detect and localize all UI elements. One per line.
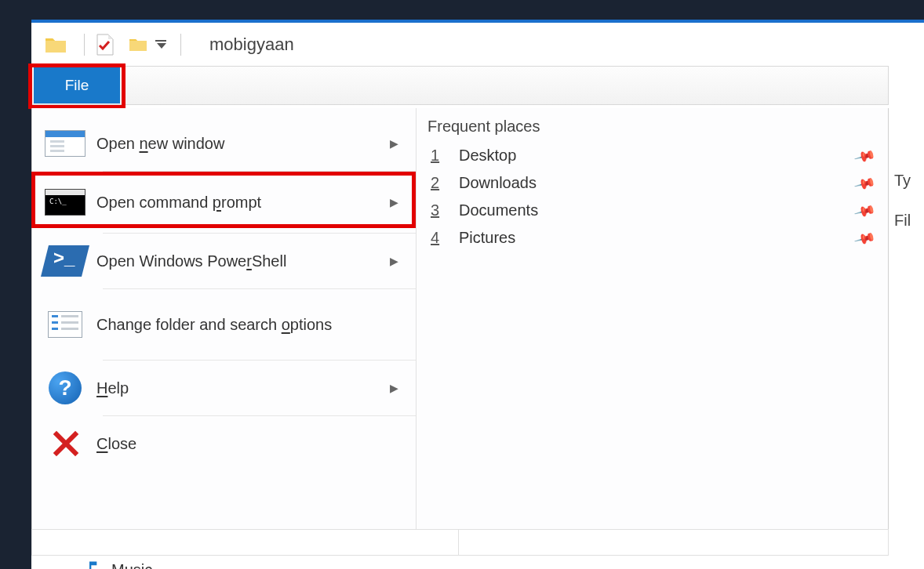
menu-open-command-prompt[interactable]: Open command prompt ▶ bbox=[32, 172, 416, 233]
explorer-window: mobigyaan File Open new window ▶ Open co… bbox=[31, 20, 924, 569]
frequent-place-downloads[interactable]: 2 Downloads 📌 bbox=[427, 169, 877, 197]
freq-number: 2 bbox=[431, 174, 446, 192]
menu-open-powershell[interactable]: >_ Open Windows PowerShell ▶ bbox=[32, 234, 416, 288]
menu-help[interactable]: ? Help ▶ bbox=[32, 361, 416, 415]
menu-change-options[interactable]: Change folder and search options bbox=[32, 289, 416, 360]
submenu-arrow-icon: ▶ bbox=[390, 196, 405, 208]
address-bar-segment[interactable] bbox=[31, 529, 459, 556]
menu-label: Help bbox=[89, 379, 390, 397]
pin-icon[interactable]: 📌 bbox=[853, 143, 877, 167]
file-tab[interactable]: File bbox=[34, 67, 120, 103]
frequent-place-documents[interactable]: 3 Documents 📌 bbox=[427, 197, 877, 224]
menu-open-new-window[interactable]: Open new window ▶ bbox=[32, 116, 416, 171]
submenu-arrow-icon: ▶ bbox=[390, 255, 405, 267]
new-folder-icon[interactable] bbox=[126, 32, 151, 57]
menu-close[interactable]: Close bbox=[32, 416, 416, 471]
column-header-partial[interactable]: Fil bbox=[894, 212, 911, 230]
freq-number: 4 bbox=[431, 229, 446, 247]
details-columns-sliver: Ty Fil bbox=[894, 172, 911, 252]
freq-number: 1 bbox=[431, 147, 446, 165]
window-title: mobigyaan bbox=[209, 34, 294, 55]
menu-label: Close bbox=[89, 435, 405, 453]
freq-number: 3 bbox=[431, 201, 446, 219]
sidebar-item-label: Music bbox=[111, 561, 152, 570]
cmd-icon bbox=[42, 186, 89, 219]
freq-label: Pictures bbox=[446, 229, 857, 247]
freq-label: Documents bbox=[446, 201, 857, 219]
help-icon: ? bbox=[42, 371, 89, 404]
menu-label: Change folder and search options bbox=[89, 316, 405, 334]
properties-icon[interactable] bbox=[93, 32, 118, 57]
freq-label: Downloads bbox=[446, 174, 857, 192]
close-icon bbox=[42, 427, 89, 460]
separator bbox=[84, 34, 85, 56]
frequent-places-header: Frequent places bbox=[427, 118, 877, 136]
separator bbox=[180, 34, 181, 56]
file-tab-label: File bbox=[65, 77, 89, 94]
file-menu-left-pane: Open new window ▶ Open command prompt ▶ … bbox=[32, 108, 417, 546]
submenu-arrow-icon: ▶ bbox=[390, 382, 405, 394]
menu-label: Open new window bbox=[89, 135, 390, 153]
pin-icon[interactable]: 📌 bbox=[853, 198, 877, 222]
pin-icon[interactable]: 📌 bbox=[853, 226, 877, 249]
search-bar-segment[interactable] bbox=[459, 529, 889, 556]
menu-label: Open Windows PowerShell bbox=[89, 252, 390, 270]
frequent-place-desktop[interactable]: 1 Desktop 📌 bbox=[427, 142, 877, 169]
title-bar: mobigyaan bbox=[31, 23, 924, 66]
options-icon bbox=[42, 308, 89, 341]
folder-icon bbox=[43, 32, 68, 57]
quick-access-dropdown[interactable] bbox=[155, 40, 166, 49]
pin-icon[interactable]: 📌 bbox=[853, 171, 877, 194]
sidebar-item-music[interactable]: Music bbox=[78, 559, 152, 569]
powershell-icon: >_ bbox=[42, 245, 89, 277]
submenu-arrow-icon: ▶ bbox=[390, 137, 405, 150]
freq-label: Desktop bbox=[446, 147, 857, 165]
frequent-place-pictures[interactable]: 4 Pictures 📌 bbox=[427, 224, 877, 252]
file-menu-dropdown: Open new window ▶ Open command prompt ▶ … bbox=[31, 108, 889, 547]
column-header-partial[interactable]: Ty bbox=[894, 172, 911, 190]
window-icon bbox=[42, 127, 89, 160]
music-icon bbox=[78, 559, 100, 569]
frequent-places-pane: Frequent places 1 Desktop 📌 2 Downloads … bbox=[417, 108, 888, 546]
menu-label: Open command prompt bbox=[89, 194, 390, 212]
ribbon-bar: File bbox=[31, 66, 889, 105]
